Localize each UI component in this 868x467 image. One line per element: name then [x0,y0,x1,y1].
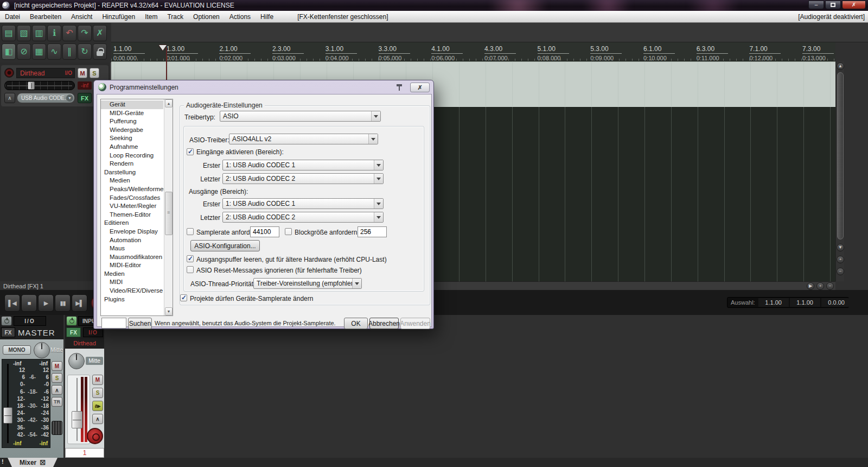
pref-tree-item-vu-meter-regler[interactable]: VU-Meter/Regler [101,202,163,211]
driver-type-dropdown[interactable]: ASIO [220,111,381,122]
record-arm-button[interactable] [4,68,14,78]
maximize-button[interactable] [825,1,841,9]
close-button[interactable]: ✗ [842,1,866,9]
ok-button[interactable]: OK [344,318,368,329]
scroll-up-icon[interactable]: ▲ [165,99,173,108]
play-button[interactable]: ▶ [38,294,54,312]
ripple-edit-icon[interactable]: ↻ [78,43,92,60]
pref-tree-item-automation[interactable]: Automation [101,236,163,245]
dialog-close-button[interactable]: ✗ [410,83,430,92]
track-io-button[interactable]: I/O [65,70,74,76]
pref-tree-item-video-rex-diverse[interactable]: Video/REX/Diverse [101,287,163,295]
menu-item-actions[interactable]: Actions [225,13,256,21]
envelope-points-icon[interactable]: ∿ [47,43,61,60]
samplerate-checkbox[interactable] [187,228,194,235]
pref-tree-item-ger-t[interactable]: Gerät [101,100,163,109]
output-first-dropdown[interactable]: 1: USB Audio CODEC 1 [222,198,384,209]
enable-inputs-checkbox[interactable] [187,148,194,155]
docker-toggle-icon[interactable]: ▦ [32,43,46,60]
asio-driver-dropdown[interactable]: ASIO4ALL v2 [229,134,378,144]
scroll-down-icon[interactable]: ▼ [837,244,844,251]
blocksize-input[interactable] [358,226,387,237]
mixer-solo-button[interactable]: S [92,388,103,398]
clear-buffer-checkbox[interactable] [187,255,194,262]
mixer-mute-button[interactable]: M [92,375,103,385]
crossfade-toggle-icon[interactable]: ✗ [93,25,107,41]
track-collapse-button[interactable]: ∧ [4,93,15,103]
apply-button[interactable]: Anwenden [400,318,430,329]
zoom-out-vertical-icon[interactable]: − [837,268,844,275]
input-last-dropdown[interactable]: 2: USB Audio CODEC 2 [222,173,384,184]
automation-mode-button[interactable]: a▸ [92,401,103,411]
window-titlebar[interactable]: [nicht gespeichertes Projekt] - REAPER v… [0,0,868,11]
project-settings-icon[interactable]: ℹ [47,25,61,41]
master-fx-button[interactable]: FX [1,327,15,337]
blocksize-checkbox[interactable] [285,228,292,235]
track-name-box[interactable]: Dirthead I/O [16,68,75,78]
mixer-tab[interactable]: Mixer ☒ [5,458,60,467]
samplerate-input[interactable] [250,226,279,237]
pref-tree-item-darstellung[interactable]: Darstellung [101,168,163,177]
pref-tree-item-midi[interactable]: MIDI [101,278,163,287]
pref-tree-item-mausmodifikatoren[interactable]: Mausmodifikatoren [101,253,163,262]
preferences-tree[interactable]: GerätMIDI-GerätePufferungWiedergabeSeeki… [100,99,173,316]
track-mute-button[interactable]: M [78,68,87,78]
save-project-icon[interactable]: ▥ [32,25,46,41]
vertical-scrollbar[interactable]: ▲ ▼ + − [835,61,844,281]
ignore-reset-checkbox[interactable] [187,266,194,273]
menu-item-track[interactable]: Track [162,13,188,21]
minimize-button[interactable]: – [808,1,824,9]
pref-tree-item-maus[interactable]: Maus [101,244,163,253]
menu-item-bearbeiten[interactable]: Bearbeiten [25,13,66,21]
open-project-icon[interactable]: ▧ [17,25,31,41]
stop-button[interactable]: ■ [21,294,37,312]
pref-tree-item-themen-editor[interactable]: Themen-Editor [101,211,163,219]
pref-tree-item-midi-ger-te[interactable]: MIDI-Geräte [101,109,163,118]
goto-end-button[interactable]: ▶▌ [72,294,87,312]
menu-item-datei[interactable]: Datei [0,13,25,21]
track-fx-button[interactable]: FX [78,93,92,103]
edit-cursor-marker-icon[interactable] [159,45,167,54]
pref-tree-item-pufferung[interactable]: Pufferung [101,117,163,126]
track-name[interactable]: Dirthead [17,70,65,77]
master-mono-button[interactable]: MONO [3,345,31,355]
mixer-record-arm-button[interactable] [87,428,103,444]
pref-tree-item-plugins[interactable]: Plugins [101,295,163,304]
output-last-dropdown[interactable]: 2: USB Audio CODEC 2 [222,212,384,223]
asio-config-button[interactable]: ASIO-Konfiguration... [190,240,260,251]
menu-item-hinzuf-gen[interactable]: Hinzufügen [97,13,140,21]
mixer-fold-button[interactable]: ∧ [92,414,103,424]
scroll-right-icon[interactable]: ▶ [807,282,814,290]
track-enable-button[interactable] [66,316,77,326]
timeline-ruler[interactable]: 1.1.000:00.0001.3.000:01.0002.1.000:02.0… [111,42,835,61]
grouping-toggle-icon[interactable]: ⊘ [17,43,31,60]
dialog-titlebar[interactable]: Programmeinstellungen ✗ [94,80,433,94]
pref-tree-item-seeking[interactable]: Seeking [101,134,163,143]
track-solo-button[interactable]: S [90,68,99,78]
cancel-button[interactable]: Abbrechen [369,318,399,329]
master-enable-button[interactable] [1,316,12,326]
pref-tree-item-medien[interactable]: Medien [101,176,163,185]
record-input-dropdown[interactable]: USB Audio CODE..2 ▼ [17,93,75,103]
pref-tree-item-peaks-wellenformen[interactable]: Peaks/Wellenformen [101,185,163,194]
thread-priority-dropdown[interactable]: Treiber-Voreinstellung (empfohlen) [253,278,362,289]
menu-item-hilfe[interactable]: Hilfe [256,13,278,21]
menu-item-item[interactable]: Item [140,13,162,21]
menu-item-ansicht[interactable]: Ansicht [66,13,97,21]
master-pan-knob[interactable] [34,342,50,358]
pref-tree-item-wiedergabe[interactable]: Wiedergabe [101,126,163,135]
master-fold-button[interactable]: ∧ [52,385,62,395]
zoom-in-vertical-icon[interactable]: + [837,256,844,263]
pref-tree-item-midi-editor[interactable]: MIDI-Editor [101,261,163,270]
pref-tree-item-envelope-display[interactable]: Envelope Display [101,228,163,236]
pause-button[interactable]: ▮▮ [55,294,71,312]
fader-group-icon[interactable] [52,421,62,435]
track-volume-slider[interactable] [4,81,75,90]
pref-tree-item-medien[interactable]: Medien [101,270,163,279]
master-mute-button[interactable]: M [52,361,62,371]
undo-icon[interactable]: ↶ [62,25,76,41]
pref-tree-item-loop-recording[interactable]: Loop Recording [101,152,163,160]
mixer-track-name[interactable]: Dirthead [65,339,104,348]
pref-tree-item-rendern[interactable]: Rendern [101,160,163,168]
tab-close-icon[interactable]: ☒ [40,459,46,466]
